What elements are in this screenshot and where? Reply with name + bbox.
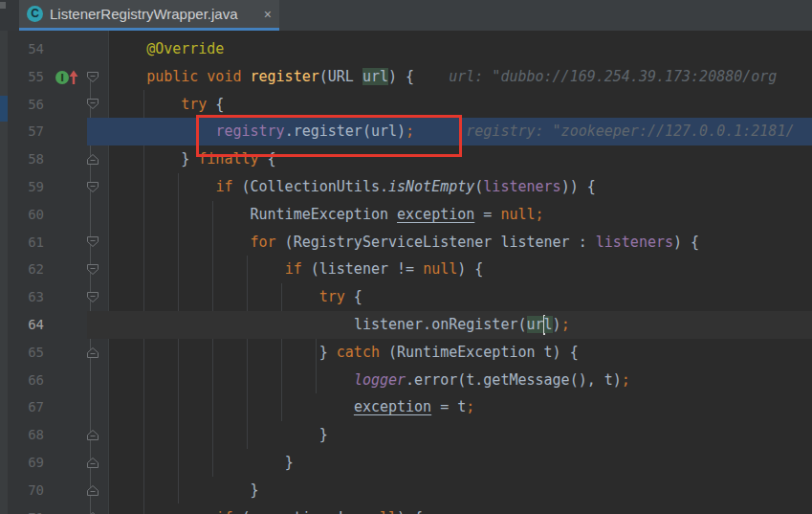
gutter-icon-spacer bbox=[47, 35, 79, 63]
project-panel-edge[interactable] bbox=[0, 31, 8, 514]
code-text[interactable]: RuntimeException exception = null; bbox=[112, 201, 812, 229]
chevron-down-fold-icon bbox=[86, 291, 99, 303]
fold-marker[interactable] bbox=[79, 449, 112, 477]
code-line: 60 RuntimeException exception = null; bbox=[0, 201, 812, 229]
code-token: { bbox=[345, 288, 362, 305]
code-line: 55I public void register(URL url) { url:… bbox=[0, 63, 812, 91]
code-token: catch bbox=[337, 344, 380, 361]
code-text[interactable]: } bbox=[112, 421, 812, 449]
code-token: ; bbox=[466, 398, 474, 415]
fold-marker[interactable] bbox=[79, 256, 112, 283]
gutter-icon-spacer bbox=[47, 91, 79, 119]
code-line: 57 registry.register(url); registry: "zo… bbox=[0, 118, 812, 145]
code-token: ur bbox=[527, 316, 544, 333]
code-text[interactable]: @Override bbox=[112, 35, 812, 63]
code-token: ( bbox=[232, 509, 250, 514]
code-text[interactable]: try { bbox=[112, 91, 812, 119]
code-token: (RegistryServiceListener listener : bbox=[276, 234, 596, 251]
code-line: 58 } finally { bbox=[0, 145, 812, 173]
code-token: for bbox=[251, 234, 276, 251]
gutter-icon-spacer bbox=[47, 421, 79, 449]
editor-tab-bar: C ListenerRegistryWrapper.java × bbox=[0, 0, 812, 31]
code-token: .register(url) bbox=[285, 123, 406, 140]
code-text[interactable]: } finally { bbox=[112, 145, 812, 173]
code-token: url bbox=[362, 68, 388, 85]
fold-spacer bbox=[79, 201, 112, 229]
fold-marker[interactable] bbox=[79, 229, 112, 257]
code-text[interactable]: if (exception != null) { bbox=[112, 504, 812, 514]
code-line: 59 if (CollectionUtils.isNotEmpty(listen… bbox=[0, 173, 812, 201]
editor-tab[interactable]: C ListenerRegistryWrapper.java × bbox=[19, 0, 279, 28]
code-token: .error(t.getMessage(), t) bbox=[406, 371, 622, 389]
code-text[interactable]: try { bbox=[112, 283, 812, 311]
code-text[interactable]: if (CollectionUtils.isNotEmpty(listeners… bbox=[112, 173, 812, 201]
code-token: exception bbox=[354, 398, 431, 415]
fold-marker[interactable] bbox=[79, 504, 112, 514]
code-line: 66 logger.error(t.getMessage(), t); bbox=[0, 367, 812, 394]
gutter-icon-spacer bbox=[47, 449, 79, 477]
code-token: void bbox=[207, 68, 241, 85]
code-token bbox=[241, 68, 250, 85]
code-text[interactable]: exception = t; bbox=[112, 393, 812, 421]
code-token: ) { bbox=[388, 68, 414, 85]
code-token: )) { bbox=[561, 178, 596, 195]
code-token: registry bbox=[215, 123, 284, 140]
code-token: finally bbox=[198, 150, 258, 168]
fold-marker[interactable] bbox=[79, 91, 112, 119]
code-text[interactable]: } bbox=[112, 477, 812, 504]
chevron-up-fold-icon bbox=[86, 346, 99, 359]
code-text[interactable]: for (RegistryServiceListener listener : … bbox=[112, 229, 812, 257]
code-line: 67 exception = t; bbox=[0, 393, 812, 421]
project-selection-highlight bbox=[0, 96, 8, 122]
gutter-icon-spacer bbox=[47, 229, 79, 257]
code-text[interactable]: listener.onRegister(url); bbox=[112, 311, 812, 339]
code-token: ) { bbox=[457, 260, 483, 278]
fold-spacer bbox=[79, 35, 112, 63]
code-text[interactable]: } catch (RuntimeException t) { bbox=[112, 339, 812, 367]
fold-spacer bbox=[79, 393, 112, 421]
code-token: } bbox=[181, 150, 198, 168]
code-token: = t bbox=[431, 398, 466, 415]
code-text[interactable]: registry.register(url); registry: "zooke… bbox=[112, 118, 812, 145]
fold-marker[interactable] bbox=[79, 145, 112, 173]
code-token: if bbox=[215, 178, 232, 195]
code-line: 69 } bbox=[0, 449, 812, 477]
code-text[interactable]: if (listener != null) { bbox=[112, 256, 812, 283]
fold-marker[interactable] bbox=[79, 63, 112, 91]
code-token: exception bbox=[251, 509, 328, 514]
code-line: 71 if (exception != null) { bbox=[0, 504, 812, 514]
code-token: ( bbox=[474, 178, 483, 195]
code-token: (URL bbox=[319, 68, 362, 85]
gutter-icon-spacer bbox=[47, 367, 79, 394]
code-line: 70 } bbox=[0, 477, 812, 504]
code-text[interactable]: } bbox=[112, 449, 812, 477]
code-editor-area[interactable]: 54 @Override55I public void register(URL… bbox=[0, 35, 812, 514]
override-method-icon: I bbox=[55, 67, 79, 86]
gutter-icon-spacer bbox=[47, 311, 79, 339]
fold-marker[interactable] bbox=[79, 173, 112, 201]
code-token: } bbox=[251, 481, 259, 499]
code-token: RuntimeException bbox=[251, 206, 398, 223]
fold-marker[interactable] bbox=[79, 477, 112, 504]
gutter-icon-spacer bbox=[47, 256, 79, 283]
fold-marker[interactable] bbox=[79, 339, 112, 367]
code-line: 68 } bbox=[0, 421, 812, 449]
fold-marker[interactable] bbox=[79, 421, 112, 449]
code-text[interactable]: public void register(URL url) { url: "du… bbox=[112, 63, 812, 91]
chevron-up-fold-icon bbox=[86, 457, 99, 469]
fold-marker[interactable] bbox=[79, 283, 112, 311]
gutter-icon-spacer bbox=[47, 283, 79, 311]
code-text[interactable]: logger.error(t.getMessage(), t); bbox=[112, 367, 812, 394]
code-token: { bbox=[207, 96, 224, 113]
debugger-inline-hint: registry: "zookeeper://127.0.0.1:2181/ bbox=[414, 123, 794, 140]
tab-bar-corner bbox=[0, 0, 19, 31]
code-token: ) { bbox=[397, 509, 423, 514]
code-token: logger bbox=[354, 371, 406, 389]
override-gutter-cell[interactable]: I bbox=[47, 63, 79, 91]
code-token: try bbox=[181, 96, 207, 113]
gutter-icon-spacer bbox=[47, 504, 79, 514]
java-class-icon: C bbox=[27, 6, 43, 22]
code-token: (CollectionUtils. bbox=[232, 178, 388, 195]
code-token: ) { bbox=[673, 234, 699, 251]
tab-close-icon[interactable]: × bbox=[264, 8, 272, 21]
